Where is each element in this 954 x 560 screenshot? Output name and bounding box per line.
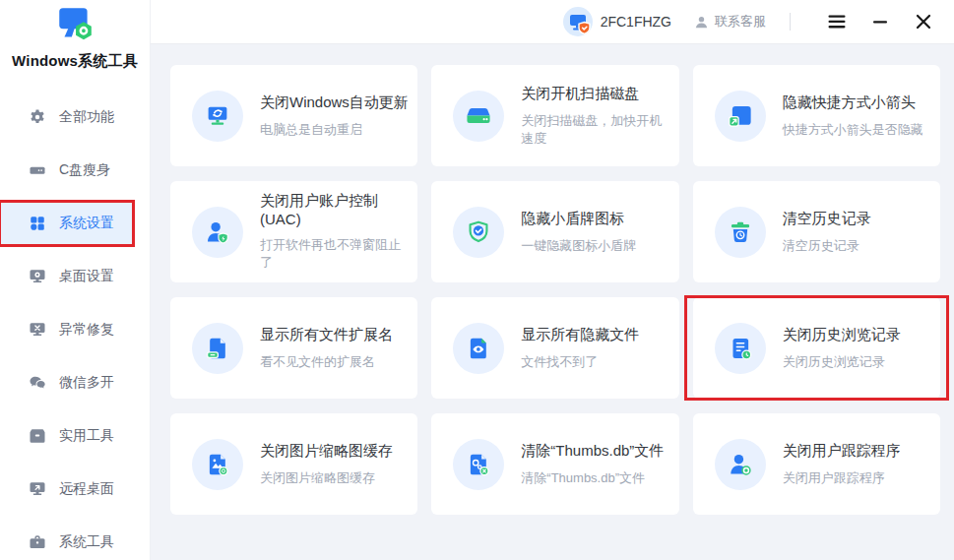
sidebar-item-system-tools[interactable]: 系统工具	[0, 521, 133, 560]
remote-desktop-icon	[29, 480, 46, 498]
image-cache-icon	[192, 439, 243, 490]
card-title: 隐藏快捷方式小箭头	[783, 93, 923, 112]
menu-button[interactable]	[820, 7, 854, 36]
card-disable-boot-disk-scan[interactable]: 关闭开机扫描磁盘 关闭扫描磁盘，加快开机速度	[431, 65, 678, 166]
card-title: 关闭用户账户控制(UAC)	[260, 192, 410, 227]
card-subtitle: 看不见文件的扩展名	[260, 353, 393, 371]
sidebar-item-error-repair[interactable]: 异常修复	[0, 308, 133, 351]
sidebar-item-system-settings[interactable]: 系统设置	[0, 202, 133, 245]
hamburger-icon	[826, 11, 848, 32]
card-clear-history[interactable]: 清空历史记录 清空历史记录	[693, 181, 940, 282]
sidebar-item-label: 远程桌面	[59, 480, 114, 498]
disk-scan-icon	[453, 91, 504, 142]
sidebar-item-c-drive-slim[interactable]: C盘瘦身	[0, 149, 133, 192]
file-extension-icon	[192, 323, 243, 374]
card-subtitle: 关闭扫描磁盘，加快开机速度	[521, 112, 670, 148]
sidebar: Windows系统工具 全部功能 C盘瘦身 系统设置	[0, 0, 151, 560]
sidebar-item-label: 微信多开	[59, 374, 114, 392]
contact-support[interactable]: 联系客服	[693, 13, 766, 31]
card-title: 显示所有文件扩展名	[260, 326, 393, 344]
briefcase-icon	[29, 533, 46, 551]
file-eye-icon	[453, 323, 504, 374]
user-tracking-icon	[715, 439, 766, 490]
sidebar-item-remote-desktop[interactable]: 远程桌面	[0, 467, 133, 511]
file-history-icon	[715, 323, 766, 374]
card-hide-shield-icon[interactable]: 隐藏小盾牌图标 一键隐藏图标小盾牌	[431, 181, 678, 282]
card-title: 清除“Thumbs.db”文件	[521, 442, 664, 461]
close-icon	[914, 12, 933, 31]
feature-grid: 关闭Windows自动更新 电脑总是自动重启 关闭开机扫描磁盘 关闭扫描磁盘，加…	[170, 65, 940, 515]
main-content: 关闭Windows自动更新 电脑总是自动重启 关闭开机扫描磁盘 关闭扫描磁盘，加…	[151, 44, 954, 560]
card-disable-browsing-history[interactable]: 关闭历史浏览记录 关闭历史浏览记录	[693, 297, 940, 399]
card-clear-thumbs-db[interactable]: 清除“Thumbs.db”文件 清除“Thumbs.db”文件	[431, 413, 678, 515]
card-subtitle: 清除“Thumbs.db”文件	[521, 469, 664, 487]
app-title: Windows系统工具	[0, 52, 150, 71]
topbar: 2FC1FHZG 联系客服	[151, 0, 954, 44]
app-logo-block: Windows系统工具	[0, 0, 150, 71]
card-subtitle: 打开软件再也不弹窗阻止了	[260, 236, 410, 272]
card-show-hidden-files[interactable]: 显示所有隐藏文件 文件找不到了	[431, 297, 678, 399]
card-subtitle: 一键隐藏图标小盾牌	[521, 237, 636, 255]
contact-support-label: 联系客服	[715, 13, 766, 31]
card-title: 关闭开机扫描磁盘	[521, 85, 670, 103]
card-subtitle: 关闭图片缩略图缓存	[260, 469, 393, 487]
minimize-button[interactable]	[863, 7, 897, 36]
card-subtitle: 文件找不到了	[521, 353, 639, 371]
app-logo-icon	[53, 5, 96, 50]
card-subtitle: 关闭历史浏览记录	[783, 353, 901, 371]
card-title: 清空历史记录	[783, 210, 871, 228]
card-title: 关闭图片缩略图缓存	[260, 442, 393, 461]
sidebar-item-label: 实用工具	[59, 427, 114, 445]
sidebar-item-wechat-multi[interactable]: 微信多开	[0, 361, 133, 404]
drive-icon	[29, 161, 46, 179]
card-title: 隐藏小盾牌图标	[521, 210, 636, 228]
grid-icon	[29, 215, 46, 232]
shortcut-arrow-icon	[715, 91, 766, 142]
sidebar-item-utilities[interactable]: 实用工具	[0, 414, 133, 458]
card-title: 关闭用户跟踪程序	[783, 442, 901, 461]
repair-icon	[29, 321, 46, 339]
account-id: 2FC1FHZG	[601, 14, 671, 30]
topbar-divider	[790, 13, 791, 31]
card-subtitle: 电脑总是自动重启	[260, 121, 409, 139]
monitor-refresh-icon	[192, 91, 243, 142]
user-shield-icon	[192, 207, 243, 258]
sidebar-item-label: 系统工具	[59, 533, 114, 551]
avatar	[563, 7, 593, 36]
card-title: 显示所有隐藏文件	[521, 326, 639, 344]
sidebar-item-label: 全部功能	[59, 108, 114, 126]
sidebar-menu: 全部功能 C盘瘦身 系统设置 桌面设置	[0, 95, 150, 560]
trash-history-icon	[715, 207, 766, 258]
sidebar-item-label: 异常修复	[59, 321, 114, 339]
card-subtitle: 清空历史记录	[783, 237, 871, 255]
sidebar-item-label: 桌面设置	[59, 268, 114, 285]
person-icon	[693, 14, 710, 31]
sidebar-item-label: C盘瘦身	[59, 161, 110, 179]
card-title: 关闭历史浏览记录	[783, 326, 901, 344]
card-subtitle: 快捷方式小箭头是否隐藏	[783, 121, 923, 139]
card-disable-uac[interactable]: 关闭用户账户控制(UAC) 打开软件再也不弹窗阻止了	[170, 181, 417, 282]
app-window: Windows系统工具 全部功能 C盘瘦身 系统设置	[0, 0, 954, 560]
minimize-icon	[870, 12, 890, 31]
card-title: 关闭Windows自动更新	[260, 93, 409, 112]
account-info[interactable]: 2FC1FHZG	[563, 7, 671, 36]
wechat-icon	[29, 374, 46, 392]
shield-check-icon	[453, 207, 504, 258]
card-disable-thumbnail-cache[interactable]: 关闭图片缩略图缓存 关闭图片缩略图缓存	[170, 413, 417, 515]
sidebar-item-label: 系统设置	[59, 215, 114, 232]
toolbox-icon	[29, 427, 46, 445]
card-show-file-extensions[interactable]: 显示所有文件扩展名 看不见文件的扩展名	[170, 297, 417, 399]
close-button[interactable]	[907, 7, 940, 36]
sidebar-item-all-features[interactable]: 全部功能	[0, 95, 133, 139]
card-disable-windows-update[interactable]: 关闭Windows自动更新 电脑总是自动重启	[170, 65, 417, 166]
card-disable-user-tracking[interactable]: 关闭用户跟踪程序 关闭用户跟踪程序	[693, 413, 940, 515]
card-subtitle: 关闭用户跟踪程序	[783, 469, 901, 487]
sidebar-item-desktop-settings[interactable]: 桌面设置	[0, 255, 133, 298]
file-gear-icon	[453, 439, 504, 490]
gear-icon	[29, 108, 46, 126]
desktop-settings-icon	[29, 268, 46, 285]
card-hide-shortcut-arrow[interactable]: 隐藏快捷方式小箭头 快捷方式小箭头是否隐藏	[693, 65, 940, 166]
